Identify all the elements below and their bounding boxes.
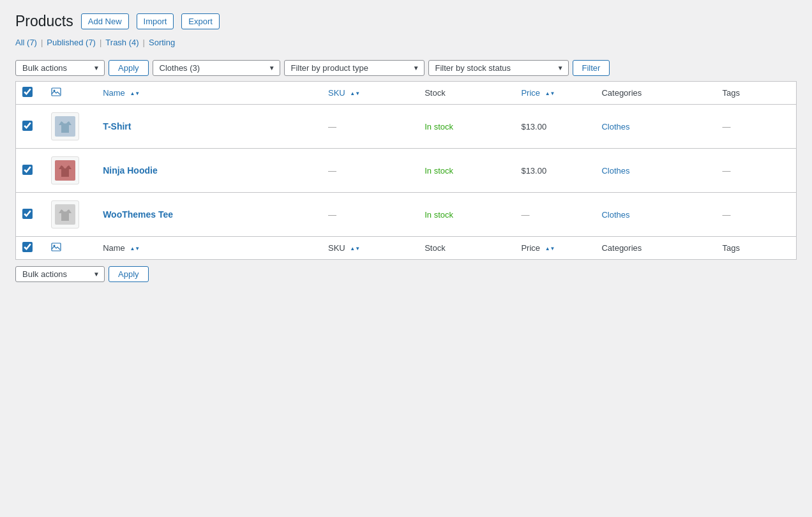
sku-sort-icon: ▲▼ — [350, 91, 360, 96]
product-thumbnail — [51, 112, 79, 140]
row-thumb-cell — [45, 149, 96, 193]
product-name-link[interactable]: WooThemes Tee — [103, 209, 173, 220]
row-sku-cell: — — [322, 193, 418, 237]
row-sku-cell: — — [322, 149, 418, 193]
row-name-cell: WooThemes Tee — [96, 193, 322, 237]
tfoot-sku[interactable]: SKU ▲▼ — [322, 237, 418, 260]
bottom-filter-bar: Bulk actions Edit Move to Trash ▼ Apply — [15, 260, 797, 288]
category-select[interactable]: All categories Clothes (3) Music — [153, 60, 280, 76]
row-stock-cell: In stock — [418, 193, 515, 237]
sku-dash: — — [328, 166, 336, 176]
row-category-cell: Clothes — [595, 105, 716, 149]
row-name-cell: T-Shirt — [96, 105, 322, 149]
published-link[interactable]: Published (7) — [47, 38, 96, 47]
bulk-actions-select[interactable]: Bulk actions Edit Move to Trash — [15, 60, 105, 76]
tags-dash: — — [722, 166, 730, 176]
stock-value: In stock — [425, 210, 453, 220]
export-button[interactable]: Export — [181, 13, 220, 29]
page-header: Products Add New Import Export — [15, 13, 797, 30]
price-value: $13.00 — [521, 122, 546, 131]
table-footer-row: Name ▲▼ SKU ▲▼ Stock Price ▲▼ Categories… — [16, 237, 797, 260]
tags-dash: — — [722, 122, 730, 131]
trash-link[interactable]: Trash (4) — [105, 38, 139, 47]
bottom-bulk-actions-select[interactable]: Bulk actions Edit Move to Trash — [15, 266, 105, 282]
row-thumb-cell — [45, 193, 96, 237]
sku-dash: — — [328, 210, 336, 220]
price-sort-icon: ▲▼ — [545, 91, 555, 96]
tfoot-cb — [16, 237, 45, 260]
th-price[interactable]: Price ▲▼ — [515, 82, 595, 105]
product-type-select[interactable]: Filter by product type Simple product Va… — [284, 60, 425, 76]
price-value: $13.00 — [521, 166, 546, 176]
category-wrap: All categories Clothes (3) Music ▼ — [153, 60, 280, 76]
top-apply-button[interactable]: Apply — [109, 60, 149, 76]
tfoot-name[interactable]: Name ▲▼ — [96, 237, 322, 260]
product-thumbnail — [51, 156, 79, 184]
th-tags: Tags — [716, 82, 796, 105]
svg-rect-5 — [52, 243, 61, 251]
tfoot-thumb — [45, 237, 96, 260]
filter-button[interactable]: Filter — [573, 60, 610, 76]
image-icon — [51, 89, 61, 99]
bottom-sku-label: SKU — [328, 243, 345, 253]
row-checkbox[interactable] — [22, 121, 33, 131]
bottom-name-sort-icon: ▲▼ — [130, 246, 140, 251]
add-new-button[interactable]: Add New — [81, 13, 129, 29]
table-header-row: Name ▲▼ SKU ▲▼ Stock Price ▲▼ Categories… — [16, 82, 797, 105]
all-link[interactable]: All (7) — [15, 38, 37, 47]
category-link[interactable]: Clothes — [601, 166, 629, 176]
row-thumb-cell — [45, 105, 96, 149]
row-sku-cell: — — [322, 105, 418, 149]
subnav: All (7) | Published (7) | Trash (4) | So… — [15, 38, 797, 47]
th-categories: Categories — [595, 82, 716, 105]
bulk-actions-wrap: Bulk actions Edit Move to Trash ▼ — [15, 60, 105, 76]
tags-dash: — — [722, 210, 730, 220]
sku-dash: — — [328, 122, 336, 131]
row-tags-cell: — — [716, 149, 796, 193]
th-thumb — [45, 82, 96, 105]
stock-status-wrap: Filter by stock status In stock Out of s… — [428, 60, 569, 76]
product-name-link[interactable]: Ninja Hoodie — [103, 165, 158, 176]
select-all-checkbox[interactable] — [22, 87, 33, 97]
row-checkbox[interactable] — [22, 209, 33, 219]
bottom-price-sort-icon: ▲▼ — [545, 246, 555, 251]
stock-value: In stock — [425, 166, 453, 176]
table-row: WooThemes Tee — In stock — Clothes — — [16, 193, 797, 237]
category-link[interactable]: Clothes — [601, 210, 629, 220]
product-thumbnail — [51, 200, 79, 229]
row-checkbox-cell — [16, 149, 45, 193]
category-link[interactable]: Clothes — [601, 122, 629, 131]
row-name-cell: Ninja Hoodie — [96, 149, 322, 193]
price-label: Price — [521, 88, 540, 98]
svg-rect-0 — [52, 88, 61, 96]
row-stock-cell: In stock — [418, 105, 515, 149]
bottom-image-icon — [51, 244, 61, 254]
bottom-sku-sort-icon: ▲▼ — [350, 246, 360, 251]
th-stock: Stock — [418, 82, 515, 105]
sorting-link[interactable]: Sorting — [149, 38, 175, 47]
tfoot-price[interactable]: Price ▲▼ — [515, 237, 595, 260]
import-button[interactable]: Import — [137, 13, 174, 29]
th-name[interactable]: Name ▲▼ — [96, 82, 322, 105]
tfoot-categories: Categories — [595, 237, 716, 260]
product-name-link[interactable]: T-Shirt — [103, 121, 131, 131]
top-filter-bar: Bulk actions Edit Move to Trash ▼ Apply … — [15, 55, 797, 81]
stock-status-select[interactable]: Filter by stock status In stock Out of s… — [428, 60, 569, 76]
stock-value: In stock — [425, 122, 453, 131]
th-sku[interactable]: SKU ▲▼ — [322, 82, 418, 105]
bottom-apply-button[interactable]: Apply — [109, 266, 149, 282]
bottom-name-label: Name — [103, 243, 125, 253]
th-checkbox — [16, 82, 45, 105]
bottom-select-all-checkbox[interactable] — [22, 242, 33, 252]
page-title: Products — [15, 13, 73, 30]
product-type-wrap: Filter by product type Simple product Va… — [284, 60, 425, 76]
row-checkbox[interactable] — [22, 165, 33, 175]
name-sort-icon: ▲▼ — [130, 91, 140, 96]
table-head: Name ▲▼ SKU ▲▼ Stock Price ▲▼ Categories… — [16, 82, 797, 105]
row-checkbox-cell — [16, 193, 45, 237]
bottom-bulk-actions-wrap: Bulk actions Edit Move to Trash ▼ — [15, 266, 105, 282]
row-stock-cell: In stock — [418, 149, 515, 193]
products-table: Name ▲▼ SKU ▲▼ Stock Price ▲▼ Categories… — [15, 81, 797, 260]
row-category-cell: Clothes — [595, 149, 716, 193]
tfoot-stock: Stock — [418, 237, 515, 260]
